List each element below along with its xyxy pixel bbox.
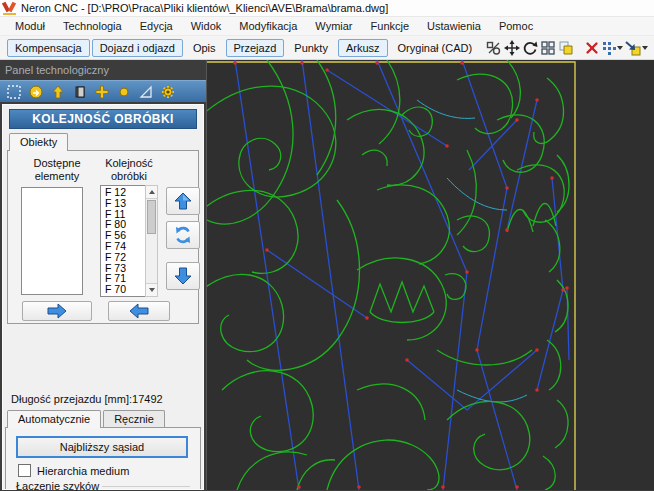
move-up-button[interactable] — [166, 187, 200, 215]
arrow-down-icon — [173, 266, 193, 286]
main-toolbar: Kompensacja Dojazd i odjazd Opis Przejaz… — [0, 36, 654, 60]
menu-funkcje[interactable]: Funkcje — [362, 18, 419, 34]
selection-icon[interactable] — [6, 84, 22, 100]
available-elements-list[interactable] — [21, 187, 83, 295]
available-elements-label: Dostępne elementy — [18, 157, 96, 183]
list-item[interactable]: F 70 — [105, 284, 145, 295]
tab-automatycznie[interactable]: Automatycznie — [7, 410, 101, 428]
menu-pomoc[interactable]: Pomoc — [490, 18, 542, 34]
order-list-scrollbar[interactable] — [145, 185, 158, 297]
rotate-icon[interactable] — [522, 38, 538, 58]
arrow-left-icon — [128, 303, 150, 319]
objects-tab-panel: Dostępne elementy Kolejność obróbki F 12… — [7, 150, 199, 324]
technology-panel: Panel technologiczny KOLEJNOŚĆ OBRÓBKI O… — [0, 60, 206, 490]
toggle-dojazd-odjazd[interactable]: Dojazd i odjazd — [92, 39, 183, 57]
menu-wymiar[interactable]: Wymiar — [306, 18, 361, 34]
list-item[interactable]: F 72 — [105, 252, 145, 263]
hierarchy-checkbox-label: Hierarchia medium — [37, 465, 129, 477]
contour-paths — [207, 60, 569, 490]
menu-modul[interactable]: Moduł — [6, 18, 54, 34]
toggle-oryginal-cad[interactable]: Oryginał (CAD) — [390, 39, 481, 57]
path-length-text: Długość przejazdu [mm]:17492 — [11, 393, 163, 405]
grid-dropdown-icon[interactable] — [602, 38, 623, 58]
order-column-label: Kolejność obróbki — [98, 157, 160, 183]
toggle-przejazd[interactable]: Przejazd — [226, 39, 285, 57]
panel-icon-bar — [0, 80, 206, 102]
menu-edycja[interactable]: Edycja — [131, 18, 182, 34]
menu-ustawienia[interactable]: Ustawienia — [418, 18, 490, 34]
cad-drawing — [207, 60, 654, 490]
order-list[interactable]: F 12 F 13 F 11 F 80 F 56 F 74 F 72 F 73 … — [100, 185, 146, 297]
menu-widok[interactable]: Widok — [182, 18, 231, 34]
join-group-label: Łączenie szyków — [16, 480, 99, 491]
menu-bar: Moduł Technologia Edycja Widok Modyfikac… — [0, 17, 654, 36]
gear-icon[interactable] — [160, 84, 176, 100]
nearest-neighbor-button[interactable]: Najbliższy sąsiad — [16, 436, 188, 458]
hierarchy-checkbox[interactable] — [18, 464, 31, 477]
menu-modyfikacja[interactable]: Modyfikacja — [230, 18, 306, 34]
toggle-punkty[interactable]: Punkty — [286, 39, 336, 57]
tab-obiekty[interactable]: Obiekty — [9, 133, 68, 151]
import-dropdown-icon[interactable] — [625, 38, 648, 58]
toggle-opis[interactable]: Opis — [185, 39, 224, 57]
offset-icon[interactable] — [486, 38, 502, 58]
array-icon[interactable] — [540, 38, 556, 58]
refresh-button[interactable] — [166, 221, 200, 249]
measure-icon[interactable] — [138, 84, 154, 100]
scroll-up-icon[interactable] — [146, 186, 157, 199]
delete-icon[interactable] — [584, 38, 600, 58]
plus-icon[interactable] — [94, 84, 110, 100]
refresh-icon — [173, 225, 193, 245]
scroll-thumb[interactable] — [147, 200, 156, 234]
app-logo-icon — [3, 2, 17, 15]
title-bar: Neron CNC - [D:\PRO\Praca\Pliki klientów… — [0, 0, 654, 17]
sheet-border — [207, 62, 575, 490]
auto-tab-panel: Najbliższy sąsiad Hierarchia medium Łącz… — [5, 427, 201, 489]
application-window: Neron CNC - [D:\PRO\Praca\Pliki klientów… — [0, 0, 654, 491]
window-title: Neron CNC - [D:\PRO\Praca\Pliki klientów… — [21, 2, 388, 14]
dot-icon[interactable] — [116, 84, 132, 100]
target-icon[interactable] — [28, 84, 44, 100]
toggle-arkusz[interactable]: Arkusz — [338, 39, 388, 57]
add-to-order-button[interactable] — [22, 301, 92, 321]
menu-technologia[interactable]: Technologia — [54, 18, 131, 34]
remove-from-order-button[interactable] — [108, 301, 170, 321]
order-header: KOLEJNOŚĆ OBRÓBKI — [9, 109, 197, 129]
list-item[interactable]: F 13 — [105, 198, 145, 209]
move-down-button[interactable] — [166, 262, 200, 290]
group-divider — [102, 486, 190, 487]
scroll-down-icon[interactable] — [146, 283, 157, 296]
arrow-right-icon — [46, 303, 68, 319]
panel-title: Panel technologiczny — [0, 60, 206, 80]
arrow-up-icon[interactable] — [50, 84, 66, 100]
book-icon[interactable] — [72, 84, 88, 100]
arrow-up-icon — [173, 191, 193, 211]
tab-recznie[interactable]: Ręcznie — [103, 410, 165, 428]
node-points — [233, 61, 569, 489]
cad-canvas[interactable] — [206, 60, 654, 490]
toggle-kompensacja[interactable]: Kompensacja — [7, 39, 90, 57]
copy-icon[interactable] — [558, 38, 574, 58]
panel-body: KOLEJNOŚĆ OBRÓBKI Obiekty Dostępne eleme… — [2, 104, 204, 490]
travel-lines — [235, 60, 569, 490]
move-icon[interactable] — [504, 38, 520, 58]
